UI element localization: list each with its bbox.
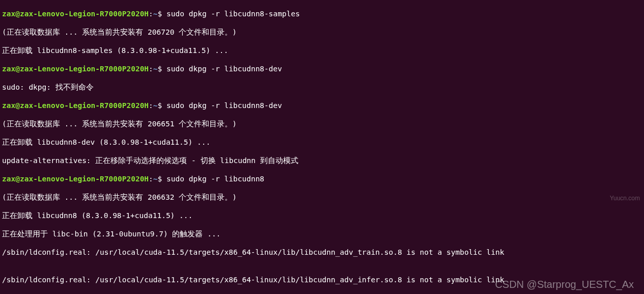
output-line: (正在读取数据库 ... 系统当前共安装有 206651 个文件和目录。): [2, 119, 642, 128]
prompt-path: ~: [153, 10, 158, 18]
output-line: (正在读取数据库 ... 系统当前共安装有 206632 个文件和目录。): [2, 193, 642, 202]
prompt-symbol: $: [158, 10, 162, 18]
output-line: 正在卸载 libcudnn8 (8.3.0.98-1+cuda11.5) ...: [2, 211, 642, 220]
command-input[interactable]: sudo dpkg -r libcudnn8: [166, 175, 264, 183]
output-line: update-alternatives: 正在移除手动选择的候选项 - 切换 l…: [2, 156, 642, 165]
prompt-colon: :: [149, 10, 153, 18]
command-input[interactable]: sudo dkpg -r libcudnn8-dev: [166, 65, 282, 73]
prompt-user: zax: [2, 10, 15, 18]
prompt-line[interactable]: zax@zax-Lenovo-Legion-R7000P2020H:~$ sud…: [2, 101, 642, 110]
output-line: 正在卸载 libcudnn8-samples (8.3.0.98-1+cuda1…: [2, 46, 642, 55]
prompt-line[interactable]: zax@zax-Lenovo-Legion-R7000P2020H:~$ sud…: [2, 64, 642, 73]
command-input[interactable]: sudo dpkg -r libcudnn8-dev: [166, 101, 282, 110]
output-line: /sbin/ldconfig.real: /usr/local/cuda-11.…: [2, 275, 642, 284]
terminal-window[interactable]: zax@zax-Lenovo-Legion-R7000P2020H:~$ sud…: [0, 0, 644, 294]
output-line: /sbin/ldconfig.real: /usr/local/cuda-11.…: [2, 248, 642, 257]
output-line: sudo: dkpg: 找不到命令: [2, 83, 642, 92]
command-input[interactable]: sudo dpkg -r libcudnn8-samples: [166, 10, 300, 18]
prompt-host: zax-Lenovo-Legion-R7000P2020H: [20, 10, 149, 18]
output-line: 正在卸载 libcudnn8-dev (8.3.0.98-1+cuda11.5)…: [2, 138, 642, 147]
output-line: 正在处理用于 libc-bin (2.31-0ubuntu9.7) 的触发器 .…: [2, 229, 642, 238]
prompt-line[interactable]: zax@zax-Lenovo-Legion-R7000P2020H:~$ sud…: [2, 9, 642, 18]
prompt-at: @: [15, 10, 20, 18]
output-line: (正在读取数据库 ... 系统当前共安装有 206720 个文件和目录。): [2, 28, 642, 37]
prompt-line[interactable]: zax@zax-Lenovo-Legion-R7000P2020H:~$ sud…: [2, 174, 642, 183]
